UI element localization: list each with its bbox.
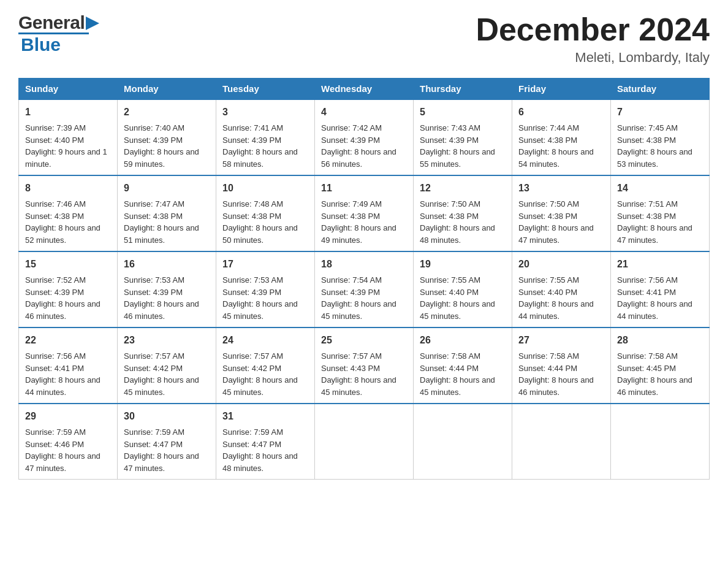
calendar-cell: 12Sunrise: 7:50 AMSunset: 4:38 PMDayligh…: [414, 175, 512, 251]
day-number: 18: [321, 257, 407, 272]
day-info: Sunrise: 7:58 AMSunset: 4:45 PMDaylight:…: [617, 351, 692, 397]
day-number: 15: [25, 257, 111, 272]
calendar-cell: 19Sunrise: 7:55 AMSunset: 4:40 PMDayligh…: [414, 251, 512, 327]
day-info: Sunrise: 7:57 AMSunset: 4:42 PMDaylight:…: [222, 351, 298, 397]
calendar-cell: 15Sunrise: 7:52 AMSunset: 4:39 PMDayligh…: [19, 251, 118, 327]
calendar-cell: 2Sunrise: 7:40 AMSunset: 4:39 PMDaylight…: [118, 99, 216, 175]
day-header-wednesday: Wednesday: [315, 79, 414, 100]
calendar-cell: 7Sunrise: 7:45 AMSunset: 4:38 PMDaylight…: [611, 99, 710, 175]
calendar-cell: [512, 404, 611, 480]
logo: General Blue: [18, 12, 99, 55]
day-info: Sunrise: 7:43 AMSunset: 4:39 PMDaylight:…: [420, 123, 495, 169]
calendar-cell: 27Sunrise: 7:58 AMSunset: 4:44 PMDayligh…: [512, 327, 611, 404]
day-header-monday: Monday: [118, 79, 216, 100]
month-title: December 2024: [476, 12, 710, 47]
day-number: 31: [222, 409, 308, 424]
header-row: SundayMondayTuesdayWednesdayThursdayFrid…: [19, 79, 710, 100]
calendar-cell: [414, 404, 512, 480]
day-number: 25: [321, 333, 407, 348]
day-number: 19: [420, 257, 506, 272]
day-header-sunday: Sunday: [19, 79, 118, 100]
calendar-cell: 4Sunrise: 7:42 AMSunset: 4:39 PMDaylight…: [315, 99, 414, 175]
day-number: 29: [25, 409, 111, 424]
day-info: Sunrise: 7:46 AMSunset: 4:38 PMDaylight:…: [25, 199, 100, 245]
day-number: 27: [518, 333, 604, 348]
week-row-5: 29Sunrise: 7:59 AMSunset: 4:46 PMDayligh…: [19, 404, 710, 480]
calendar-cell: 20Sunrise: 7:55 AMSunset: 4:40 PMDayligh…: [512, 251, 611, 327]
calendar-cell: 6Sunrise: 7:44 AMSunset: 4:38 PMDaylight…: [512, 99, 611, 175]
day-info: Sunrise: 7:55 AMSunset: 4:40 PMDaylight:…: [518, 275, 594, 321]
calendar-cell: [611, 404, 710, 480]
calendar-cell: 22Sunrise: 7:56 AMSunset: 4:41 PMDayligh…: [19, 327, 118, 404]
location-text: Meleti, Lombardy, Italy: [476, 50, 710, 66]
day-info: Sunrise: 7:42 AMSunset: 4:39 PMDaylight:…: [321, 123, 396, 169]
day-info: Sunrise: 7:58 AMSunset: 4:44 PMDaylight:…: [420, 351, 495, 397]
header-right: December 2024 Meleti, Lombardy, Italy: [476, 12, 710, 66]
calendar-body: 1Sunrise: 7:39 AMSunset: 4:40 PMDaylight…: [19, 99, 710, 480]
calendar-cell: 1Sunrise: 7:39 AMSunset: 4:40 PMDaylight…: [19, 99, 118, 175]
day-number: 28: [617, 333, 703, 348]
day-number: 10: [222, 181, 308, 196]
day-header-friday: Friday: [512, 79, 611, 100]
day-info: Sunrise: 7:57 AMSunset: 4:42 PMDaylight:…: [124, 351, 199, 397]
svg-marker-0: [86, 17, 99, 30]
day-info: Sunrise: 7:39 AMSunset: 4:40 PMDaylight:…: [25, 123, 107, 169]
day-info: Sunrise: 7:59 AMSunset: 4:47 PMDaylight:…: [222, 427, 298, 473]
day-number: 20: [518, 257, 604, 272]
day-number: 7: [617, 105, 703, 120]
day-number: 5: [420, 105, 506, 120]
calendar-cell: 8Sunrise: 7:46 AMSunset: 4:38 PMDaylight…: [19, 175, 118, 251]
calendar-cell: 24Sunrise: 7:57 AMSunset: 4:42 PMDayligh…: [216, 327, 315, 404]
day-info: Sunrise: 7:53 AMSunset: 4:39 PMDaylight:…: [222, 275, 298, 321]
day-number: 14: [617, 181, 703, 196]
day-number: 2: [124, 105, 210, 120]
day-number: 16: [124, 257, 210, 272]
day-number: 24: [222, 333, 308, 348]
day-info: Sunrise: 7:45 AMSunset: 4:38 PMDaylight:…: [617, 123, 692, 169]
day-info: Sunrise: 7:56 AMSunset: 4:41 PMDaylight:…: [25, 351, 100, 397]
day-number: 26: [420, 333, 506, 348]
calendar-cell: 23Sunrise: 7:57 AMSunset: 4:42 PMDayligh…: [118, 327, 216, 404]
day-number: 30: [124, 409, 210, 424]
day-info: Sunrise: 7:54 AMSunset: 4:39 PMDaylight:…: [321, 275, 396, 321]
calendar-cell: 18Sunrise: 7:54 AMSunset: 4:39 PMDayligh…: [315, 251, 414, 327]
day-info: Sunrise: 7:41 AMSunset: 4:39 PMDaylight:…: [222, 123, 298, 169]
week-row-4: 22Sunrise: 7:56 AMSunset: 4:41 PMDayligh…: [19, 327, 710, 404]
calendar-cell: 16Sunrise: 7:53 AMSunset: 4:39 PMDayligh…: [118, 251, 216, 327]
day-info: Sunrise: 7:56 AMSunset: 4:41 PMDaylight:…: [617, 275, 692, 321]
calendar-cell: 28Sunrise: 7:58 AMSunset: 4:45 PMDayligh…: [611, 327, 710, 404]
calendar-cell: 11Sunrise: 7:49 AMSunset: 4:38 PMDayligh…: [315, 175, 414, 251]
calendar-cell: 5Sunrise: 7:43 AMSunset: 4:39 PMDaylight…: [414, 99, 512, 175]
calendar-cell: 25Sunrise: 7:57 AMSunset: 4:43 PMDayligh…: [315, 327, 414, 404]
day-number: 8: [25, 181, 111, 196]
day-number: 12: [420, 181, 506, 196]
day-number: 11: [321, 181, 407, 196]
day-info: Sunrise: 7:44 AMSunset: 4:38 PMDaylight:…: [518, 123, 594, 169]
calendar-cell: 30Sunrise: 7:59 AMSunset: 4:47 PMDayligh…: [118, 404, 216, 480]
week-row-3: 15Sunrise: 7:52 AMSunset: 4:39 PMDayligh…: [19, 251, 710, 327]
day-number: 1: [25, 105, 111, 120]
day-number: 4: [321, 105, 407, 120]
day-info: Sunrise: 7:50 AMSunset: 4:38 PMDaylight:…: [518, 199, 594, 245]
calendar-cell: 17Sunrise: 7:53 AMSunset: 4:39 PMDayligh…: [216, 251, 315, 327]
day-info: Sunrise: 7:48 AMSunset: 4:38 PMDaylight:…: [222, 199, 298, 245]
day-number: 23: [124, 333, 210, 348]
day-number: 3: [222, 105, 308, 120]
calendar-header: SundayMondayTuesdayWednesdayThursdayFrid…: [19, 79, 710, 100]
calendar-cell: 9Sunrise: 7:47 AMSunset: 4:38 PMDaylight…: [118, 175, 216, 251]
calendar-cell: 21Sunrise: 7:56 AMSunset: 4:41 PMDayligh…: [611, 251, 710, 327]
day-info: Sunrise: 7:57 AMSunset: 4:43 PMDaylight:…: [321, 351, 396, 397]
day-number: 22: [25, 333, 111, 348]
day-info: Sunrise: 7:49 AMSunset: 4:38 PMDaylight:…: [321, 199, 396, 245]
day-info: Sunrise: 7:58 AMSunset: 4:44 PMDaylight:…: [518, 351, 594, 397]
day-info: Sunrise: 7:52 AMSunset: 4:39 PMDaylight:…: [25, 275, 100, 321]
week-row-2: 8Sunrise: 7:46 AMSunset: 4:38 PMDaylight…: [19, 175, 710, 251]
day-number: 6: [518, 105, 604, 120]
day-header-saturday: Saturday: [611, 79, 710, 100]
page-header: General Blue December 2024 Meleti, Lomba…: [18, 12, 710, 66]
calendar-cell: [315, 404, 414, 480]
day-number: 13: [518, 181, 604, 196]
day-header-thursday: Thursday: [414, 79, 512, 100]
calendar-cell: 3Sunrise: 7:41 AMSunset: 4:39 PMDaylight…: [216, 99, 315, 175]
day-info: Sunrise: 7:59 AMSunset: 4:47 PMDaylight:…: [124, 427, 199, 473]
